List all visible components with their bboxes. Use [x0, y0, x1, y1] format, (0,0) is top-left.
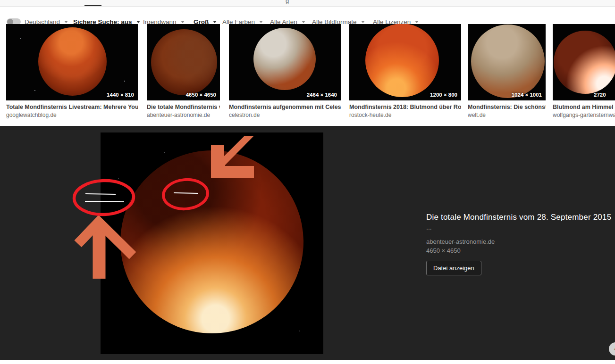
moon-image	[151, 29, 217, 95]
size-badge: 1200 × 800	[430, 92, 457, 98]
result-domain: welt.de	[468, 112, 546, 118]
nav-text-fragment: g	[286, 0, 289, 4]
chevron-down-icon	[213, 21, 217, 23]
result-thumbnail[interactable]: 1024 × 1001	[468, 24, 546, 100]
result-title: Mondfinsternis: Die schönst...	[468, 104, 546, 110]
result-domain: celestron.de	[229, 112, 341, 118]
result-thumbnail[interactable]: 2464 × 1640	[229, 24, 341, 100]
result-title: Mondfinsternis 2018: Blutmond über Rosto…	[349, 104, 461, 110]
detail-truncation: ...	[426, 223, 432, 231]
detail-title: Die totale Mondfinsternis vom 28. Septem…	[426, 213, 611, 222]
result-title: Mondfinsternis aufgenommen mit Celestro.…	[229, 104, 341, 110]
detail-domain: abenteuer-astronomie.de	[426, 238, 495, 245]
chevron-down-icon	[259, 21, 263, 23]
moon-image	[365, 24, 439, 97]
result-card[interactable]: 2720 Blutmond am Himmel - M wolfgangs-ga…	[553, 24, 615, 118]
size-badge: 2720	[594, 92, 606, 98]
image-filter-bar: Deutschland Sichere Suche: aus Irgendwan…	[0, 7, 615, 24]
moon-image	[554, 31, 615, 94]
result-thumbnail[interactable]: 1440 × 810	[6, 24, 138, 100]
result-title: Blutmond am Himmel - M	[553, 104, 615, 110]
chevron-down-icon	[302, 21, 305, 23]
result-domain: wolfgangs-gartensternwart	[553, 112, 615, 118]
result-title: Die totale Mondfinsternis v...	[147, 104, 220, 110]
chevron-down-icon	[181, 21, 185, 23]
moon-image	[253, 28, 316, 90]
bottom-strip	[0, 360, 615, 364]
result-thumbnail[interactable]: 4650 × 4650	[147, 24, 220, 100]
result-title: Totale Mondfinsternis Livestream: Mehrer…	[6, 104, 138, 110]
result-card[interactable]: 1024 × 1001 Mondfinsternis: Die schönst.…	[468, 24, 546, 118]
result-domain: abenteuer-astronomie.de	[147, 112, 220, 118]
result-card[interactable]: 1200 × 800 Mondfinsternis 2018: Blutmond…	[349, 24, 461, 118]
result-domain: rostock-heute.de	[349, 112, 461, 118]
result-card[interactable]: 4650 × 4650 Die totale Mondfinsternis v.…	[147, 24, 220, 118]
moon-image	[471, 25, 545, 98]
result-thumbnail[interactable]: 2720	[553, 24, 615, 100]
top-nav-strip: g	[0, 0, 615, 7]
result-card[interactable]: 1440 × 810 Totale Mondfinsternis Livestr…	[6, 24, 138, 118]
size-badge: 2464 × 1640	[307, 92, 337, 98]
chevron-down-icon	[64, 21, 68, 23]
result-card[interactable]: 2464 × 1640 Mondfinsternis aufgenommen m…	[229, 24, 341, 118]
chevron-down-icon	[136, 21, 140, 23]
preview-image[interactable]	[101, 132, 323, 354]
size-badge: 1024 × 1001	[512, 92, 542, 98]
result-domain: googlewatchblog.de	[6, 112, 138, 118]
chevron-down-icon	[415, 21, 419, 23]
moon-image-large	[120, 150, 303, 333]
detail-dimensions: 4650 × 4650	[426, 247, 461, 254]
size-badge: 1440 × 810	[107, 92, 134, 98]
chevron-down-icon	[361, 21, 365, 23]
result-thumbnail[interactable]: 1200 × 800	[349, 24, 461, 100]
open-file-button[interactable]: Datei anzeigen	[426, 261, 481, 275]
size-badge: 4650 × 4650	[186, 92, 216, 98]
moon-image	[38, 27, 107, 96]
